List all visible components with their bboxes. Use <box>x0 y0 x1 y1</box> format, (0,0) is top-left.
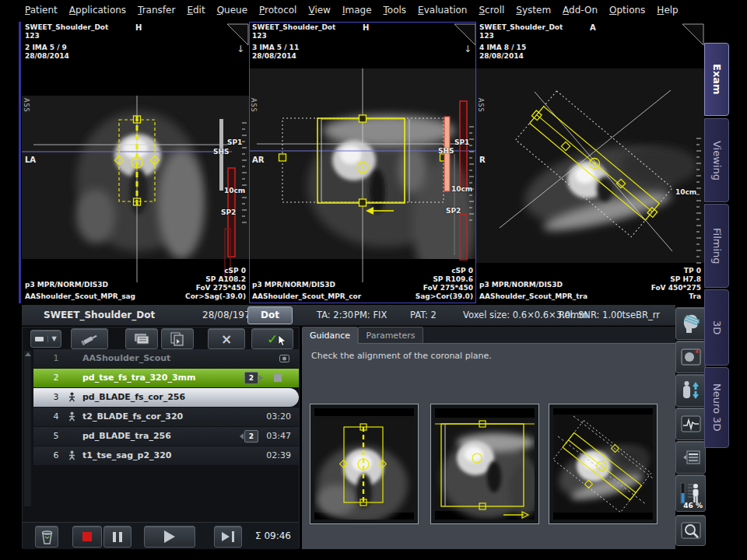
protocol-name: pd_BLADE_fs_cor_256 <box>82 392 185 402</box>
processing-label: p3 MPR/NORM/DIS3D <box>252 281 361 289</box>
tab-filming[interactable]: Filming <box>704 204 729 288</box>
image-date: 28/08/2014 <box>252 52 335 61</box>
queue-row[interactable]: 4 t2_BLADE_fs_cor_320 03:20 <box>33 408 299 426</box>
guidance-thumb-transversal[interactable] <box>549 404 658 524</box>
trash-icon <box>40 528 54 545</box>
tab-viewing[interactable]: Viewing <box>704 118 729 202</box>
menu-applications[interactable]: Applications <box>69 5 126 16</box>
mouse-cursor-icon <box>278 335 286 347</box>
patient-position-icon <box>68 392 76 404</box>
viewport-coronal[interactable]: SWEET_Shoulder_Dot 123 3 IMA 5 / 11 28/0… <box>249 22 476 303</box>
physio-signal-button[interactable] <box>675 408 706 440</box>
image-number: 2 IMA 5 / 9 <box>25 44 108 52</box>
status-snr: Rel. SNR: 1.00 <box>559 310 622 320</box>
queue-row-active[interactable]: 2 pd_tse_fs_tra_320_3mm 2 <box>33 369 299 387</box>
fov-label: FoV 275*450 <box>185 284 246 292</box>
viewport-sagittal[interactable]: SWEET_Shoulder_Dot 123 2 IMA 5 / 9 28/08… <box>22 22 249 303</box>
queue-row[interactable]: 6 t1_tse_sag_p2_320 02:39 <box>33 446 299 465</box>
fov-label: FoV 450*275 <box>651 284 701 292</box>
scroll-down-icon[interactable]: ↓ <box>237 44 244 54</box>
orientation-left: R <box>479 156 486 164</box>
edge-label: ASS <box>250 98 257 113</box>
menu-view[interactable]: View <box>308 5 330 16</box>
patient-id: 123 <box>479 32 563 40</box>
eraser-split-button[interactable]: ▼ <box>30 330 61 348</box>
close-icon: × <box>221 331 232 347</box>
head-coil-button[interactable] <box>675 307 706 340</box>
menu-help[interactable]: Help <box>657 5 678 16</box>
step-number: 4 <box>47 411 65 422</box>
menu-system[interactable]: System <box>516 5 551 16</box>
guidance-thumb-sagittal[interactable] <box>310 404 419 524</box>
plane-label: Tra <box>651 292 701 301</box>
menu-options[interactable]: Options <box>609 5 645 16</box>
slice-pos-2: SP H7.8 <box>651 275 701 284</box>
tab-3d[interactable]: 3D <box>704 289 729 366</box>
queue-scrollbar[interactable] <box>24 351 31 506</box>
menu-transfer[interactable]: Transfer <box>138 5 175 16</box>
menu-protocol[interactable]: Protocol <box>259 5 296 16</box>
tab-guidance[interactable]: Guidance <box>302 327 358 344</box>
step-number: 2 <box>47 373 65 383</box>
guidance-body: Check the alignment of the coronal plane… <box>302 343 675 549</box>
menu-scroll[interactable]: Scroll <box>479 5 504 16</box>
chevron-down-icon: ▼ <box>47 335 56 342</box>
play-button[interactable] <box>144 526 195 548</box>
edge-label: ASS <box>23 98 30 113</box>
sar-monitor-button[interactable]: 46 % <box>675 474 706 512</box>
menu-tools[interactable]: Tools <box>384 5 407 16</box>
menu-patient[interactable]: Patient <box>25 5 58 16</box>
menu-evaluation[interactable]: Evaluation <box>418 5 467 16</box>
scan-time: 03:47 <box>266 431 291 441</box>
dot-engine-button[interactable]: Dot <box>247 306 293 324</box>
tab-3d-label: 3D <box>711 320 723 334</box>
queue-row-selected[interactable]: 3 pd_BLADE_fs_cor_256 <box>33 388 299 407</box>
tab-parameters[interactable]: Parameters <box>358 327 423 344</box>
copy-step-button[interactable] <box>161 328 194 349</box>
skip-button[interactable] <box>214 526 242 548</box>
viewport-transversal[interactable]: SWEET_Shoulder_Dot 123 4 IMA 8 / 15 28/0… <box>476 22 704 303</box>
load-protocol-button[interactable] <box>125 328 158 349</box>
tab-exam[interactable]: Exam <box>704 43 729 116</box>
table-position-button[interactable] <box>675 374 706 407</box>
queue-row[interactable]: 1 AAShoulder_Scout <box>33 349 299 368</box>
marker-sp2: SP2 <box>221 208 236 216</box>
scroll-down-icon[interactable]: ↓ <box>464 44 472 54</box>
tab-neuro-3d[interactable]: Neuro 3D <box>704 367 729 448</box>
image-text-top-left: SWEET_Shoulder_Dot 123 2 IMA 5 / 9 28/08… <box>25 23 108 61</box>
syringe-icon <box>80 331 99 347</box>
patient-name-field: SWEET_Shoulder_Dot <box>44 310 155 320</box>
patient-id: 123 <box>25 32 108 40</box>
protocol-queue-panel: ▼ × ✓ 1 AAShoulder_Scout 2 pd_tse_fs_tra… <box>22 327 300 548</box>
slice-pos-1: cSP 0 <box>416 267 473 275</box>
magnify-review-button[interactable] <box>675 515 706 546</box>
orientation-left: AR <box>252 156 264 164</box>
marker-sp2: SP2 <box>446 207 461 215</box>
marker-shs: SHS <box>213 148 230 156</box>
play-icon <box>164 530 175 543</box>
head-slices-icon <box>681 313 701 334</box>
stop-button[interactable] <box>72 526 102 548</box>
menu-queue[interactable]: Queue <box>217 5 247 16</box>
patient-position-icon <box>68 450 76 463</box>
image-review-button[interactable] <box>675 341 706 373</box>
image-text-bottom-right: TP 0 SP H7.8 FoV 450*275 Tra <box>651 267 701 301</box>
guidance-thumb-coronal[interactable] <box>430 404 539 524</box>
repeat-badge: 2 <box>244 372 258 384</box>
menu-addon[interactable]: Add-On <box>563 5 598 16</box>
contrast-injection-button[interactable] <box>71 328 108 349</box>
pause-button[interactable] <box>103 526 132 548</box>
orientation-top: H <box>363 23 369 32</box>
ruler-scale: 10cm <box>675 188 696 196</box>
scan-time: 02:39 <box>266 450 291 460</box>
thumb-coronal-image <box>435 408 535 520</box>
menu-edit[interactable]: Edit <box>187 5 205 16</box>
protocol-info-button[interactable] <box>675 441 706 474</box>
menu-image[interactable]: Image <box>342 5 372 16</box>
step-number: 6 <box>47 450 65 460</box>
cancel-button[interactable]: × <box>208 328 245 349</box>
apply-button[interactable]: ✓ <box>251 328 293 349</box>
queue-row[interactable]: 5 pd_BLADE_tra_256 2 03:47 <box>33 427 299 446</box>
delete-button[interactable] <box>35 526 58 548</box>
image-text-top-left: SWEET_Shoulder_Dot 123 3 IMA 5 / 11 28/0… <box>252 23 335 61</box>
